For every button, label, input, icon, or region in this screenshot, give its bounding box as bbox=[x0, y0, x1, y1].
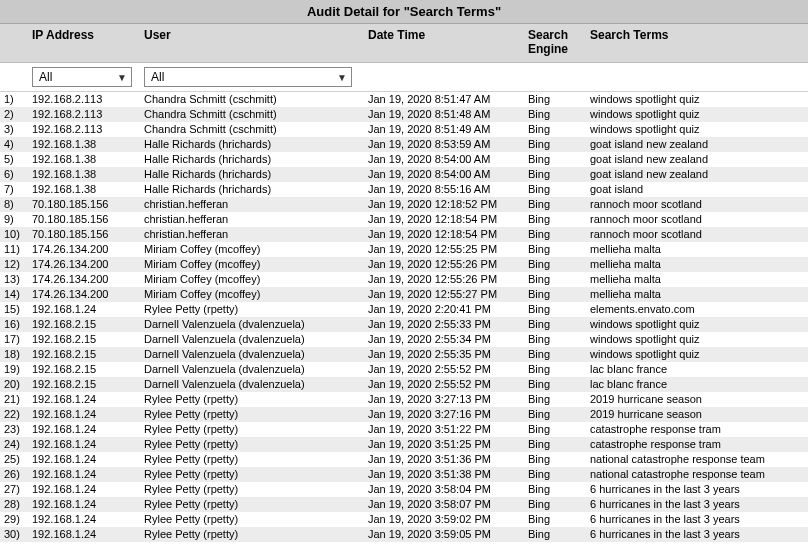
row-number: 8) bbox=[0, 197, 32, 212]
row-user: christian.hefferan bbox=[144, 197, 368, 212]
row-search-terms: 6 hurricanes in the last 3 years bbox=[590, 497, 808, 512]
table-row[interactable]: 29)192.168.1.24Rylee Petty (rpetty)Jan 1… bbox=[0, 512, 808, 527]
data-rows: 1)192.168.2.113Chandra Schmitt (cschmitt… bbox=[0, 92, 808, 558]
table-row[interactable]: 15)192.168.1.24Rylee Petty (rpetty)Jan 1… bbox=[0, 302, 808, 317]
row-engine: Bing bbox=[528, 242, 590, 257]
ip-filter-select[interactable]: All ▼ bbox=[32, 67, 132, 87]
row-datetime: Jan 19, 2020 12:55:27 PM bbox=[368, 287, 528, 302]
row-search-terms: catastrophe response tram bbox=[590, 437, 808, 452]
row-user: Miriam Coffey (mcoffey) bbox=[144, 242, 368, 257]
table-row[interactable]: 3)192.168.2.113Chandra Schmitt (cschmitt… bbox=[0, 122, 808, 137]
row-number: 22) bbox=[0, 407, 32, 422]
row-engine: Bing bbox=[528, 152, 590, 167]
row-user: Rylee Petty (rpetty) bbox=[144, 527, 368, 542]
row-datetime: Jan 19, 2020 2:20:41 PM bbox=[368, 302, 528, 317]
row-number: 15) bbox=[0, 302, 32, 317]
table-row[interactable]: 19)192.168.2.15Darnell Valenzuela (dvale… bbox=[0, 362, 808, 377]
table-row[interactable]: 16)192.168.2.15Darnell Valenzuela (dvale… bbox=[0, 317, 808, 332]
table-row[interactable]: 13)174.26.134.200Miriam Coffey (mcoffey)… bbox=[0, 272, 808, 287]
table-row[interactable]: 26)192.168.1.24Rylee Petty (rpetty)Jan 1… bbox=[0, 467, 808, 482]
row-number: 27) bbox=[0, 482, 32, 497]
row-datetime: Jan 19, 2020 2:55:33 PM bbox=[368, 317, 528, 332]
row-ip: 192.168.1.38 bbox=[32, 152, 144, 167]
table-row[interactable]: 2)192.168.2.113Chandra Schmitt (cschmitt… bbox=[0, 107, 808, 122]
row-datetime: Jan 19, 2020 8:54:00 AM bbox=[368, 167, 528, 182]
table-row[interactable]: 5)192.168.1.38Halle Richards (hrichards)… bbox=[0, 152, 808, 167]
row-number: 10) bbox=[0, 227, 32, 242]
table-row[interactable]: 21)192.168.1.24Rylee Petty (rpetty)Jan 1… bbox=[0, 392, 808, 407]
row-user: Darnell Valenzuela (dvalenzuela) bbox=[144, 347, 368, 362]
row-datetime: Jan 19, 2020 8:51:49 AM bbox=[368, 122, 528, 137]
row-ip: 192.168.1.24 bbox=[32, 437, 144, 452]
row-user: Rylee Petty (rpetty) bbox=[144, 302, 368, 317]
row-engine: Bing bbox=[528, 437, 590, 452]
table-row[interactable]: 20)192.168.2.15Darnell Valenzuela (dvale… bbox=[0, 377, 808, 392]
row-user: Rylee Petty (rpetty) bbox=[144, 422, 368, 437]
table-row[interactable]: 10)70.180.185.156christian.hefferanJan 1… bbox=[0, 227, 808, 242]
row-engine: Bing bbox=[528, 272, 590, 287]
table-row[interactable]: 6)192.168.1.38Halle Richards (hrichards)… bbox=[0, 167, 808, 182]
row-engine: Bing bbox=[528, 317, 590, 332]
row-engine: Bing bbox=[528, 332, 590, 347]
table-row[interactable]: 22)192.168.1.24Rylee Petty (rpetty)Jan 1… bbox=[0, 407, 808, 422]
row-datetime: Jan 19, 2020 3:58:07 PM bbox=[368, 497, 528, 512]
row-search-terms: windows spotlight quiz bbox=[590, 332, 808, 347]
table-row[interactable]: 18)192.168.2.15Darnell Valenzuela (dvale… bbox=[0, 347, 808, 362]
row-user: Chandra Schmitt (cschmitt) bbox=[144, 92, 368, 107]
row-search-terms: rannoch moor scotland bbox=[590, 197, 808, 212]
row-engine: Bing bbox=[528, 512, 590, 527]
table-row[interactable]: 25)192.168.1.24Rylee Petty (rpetty)Jan 1… bbox=[0, 452, 808, 467]
row-ip: 174.26.134.200 bbox=[32, 272, 144, 287]
row-search-terms: goat island bbox=[590, 182, 808, 197]
row-datetime: Jan 19, 2020 3:58:04 PM bbox=[368, 482, 528, 497]
row-engine: Bing bbox=[528, 377, 590, 392]
header-terms: Search Terms bbox=[590, 28, 808, 42]
row-search-terms: lac blanc france bbox=[590, 377, 808, 392]
row-number: 13) bbox=[0, 272, 32, 287]
table-row[interactable]: 28)192.168.1.24Rylee Petty (rpetty)Jan 1… bbox=[0, 497, 808, 512]
row-search-terms: 6 hurricanes in the last 3 years bbox=[590, 512, 808, 527]
table-row[interactable]: 8)70.180.185.156christian.hefferanJan 19… bbox=[0, 197, 808, 212]
table-row[interactable]: 27)192.168.1.24Rylee Petty (rpetty)Jan 1… bbox=[0, 482, 808, 497]
row-search-terms: goat island new zealand bbox=[590, 152, 808, 167]
row-datetime: Jan 19, 2020 2:55:52 PM bbox=[368, 362, 528, 377]
table-row[interactable]: 1)192.168.2.113Chandra Schmitt (cschmitt… bbox=[0, 92, 808, 107]
user-filter-select[interactable]: All ▼ bbox=[144, 67, 352, 87]
row-ip: 174.26.134.200 bbox=[32, 257, 144, 272]
row-datetime: Jan 19, 2020 3:51:38 PM bbox=[368, 467, 528, 482]
table-row[interactable]: 17)192.168.2.15Darnell Valenzuela (dvale… bbox=[0, 332, 808, 347]
header-engine-line2: Engine bbox=[528, 42, 568, 56]
row-user: Halle Richards (hrichards) bbox=[144, 152, 368, 167]
table-row[interactable]: 4)192.168.1.38Halle Richards (hrichards)… bbox=[0, 137, 808, 152]
table-row[interactable]: 11)174.26.134.200Miriam Coffey (mcoffey)… bbox=[0, 242, 808, 257]
row-ip: 192.168.1.24 bbox=[32, 452, 144, 467]
row-datetime: Jan 19, 2020 3:27:13 PM bbox=[368, 392, 528, 407]
table-row[interactable]: 14)174.26.134.200Miriam Coffey (mcoffey)… bbox=[0, 287, 808, 302]
row-search-terms: 2019 hurricane season bbox=[590, 392, 808, 407]
table-row[interactable]: 12)174.26.134.200Miriam Coffey (mcoffey)… bbox=[0, 257, 808, 272]
row-user: Rylee Petty (rpetty) bbox=[144, 407, 368, 422]
row-datetime: Jan 19, 2020 12:55:25 PM bbox=[368, 242, 528, 257]
row-number: 20) bbox=[0, 377, 32, 392]
row-engine: Bing bbox=[528, 452, 590, 467]
row-ip: 192.168.1.24 bbox=[32, 512, 144, 527]
row-user: Miriam Coffey (mcoffey) bbox=[144, 257, 368, 272]
row-ip: 192.168.1.24 bbox=[32, 407, 144, 422]
table-row[interactable]: 24)192.168.1.24Rylee Petty (rpetty)Jan 1… bbox=[0, 437, 808, 452]
row-search-terms: lac blanc france bbox=[590, 362, 808, 377]
row-ip: 70.180.185.156 bbox=[32, 227, 144, 242]
row-search-terms: windows spotlight quiz bbox=[590, 107, 808, 122]
row-engine: Bing bbox=[528, 92, 590, 107]
row-ip: 192.168.1.24 bbox=[32, 527, 144, 542]
table-row[interactable]: 23)192.168.1.24Rylee Petty (rpetty)Jan 1… bbox=[0, 422, 808, 437]
table-row[interactable]: 9)70.180.185.156christian.hefferanJan 19… bbox=[0, 212, 808, 227]
row-user: christian.hefferan bbox=[144, 227, 368, 242]
table-row[interactable]: 7)192.168.1.38Halle Richards (hrichards)… bbox=[0, 182, 808, 197]
row-engine: Bing bbox=[528, 527, 590, 542]
table-row[interactable]: 30)192.168.1.24Rylee Petty (rpetty)Jan 1… bbox=[0, 527, 808, 542]
row-user: Chandra Schmitt (cschmitt) bbox=[144, 122, 368, 137]
row-user: Miriam Coffey (mcoffey) bbox=[144, 272, 368, 287]
row-search-terms: goat island new zealand bbox=[590, 137, 808, 152]
row-ip: 192.168.1.24 bbox=[32, 392, 144, 407]
row-search-terms: windows spotlight quiz bbox=[590, 122, 808, 137]
